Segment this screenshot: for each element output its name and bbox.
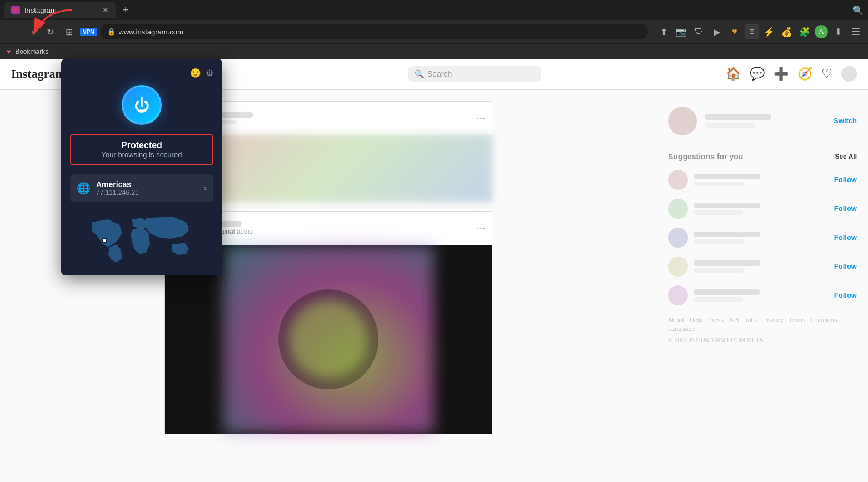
follow-button-4[interactable]: Follow [834,262,857,270]
search-bar-icon: 🔍 [415,69,424,78]
follow-button-2[interactable]: Follow [834,204,857,213]
tab-bar-search-icon: 🔍 [852,5,864,16]
explore-icon[interactable]: 🧭 [797,67,812,81]
wallet-icon[interactable]: 💰 [779,24,795,39]
sugg-avatar-5 [668,285,688,305]
see-all-button[interactable]: See All [835,153,857,160]
back-button[interactable]: ← [4,24,20,39]
sugg-sub-1 [694,182,744,186]
tab-bar: Instagram ✕ + 🔍 [0,0,868,20]
messenger-icon[interactable]: 💬 [750,67,765,81]
switch-button[interactable]: Switch [834,117,857,125]
vpn-location-dot [102,238,107,243]
vpn-status-subtitle: Your browsing is secured [80,150,203,159]
new-tab-button[interactable]: + [118,2,133,18]
vpn-power-button[interactable]: ⏻ [122,85,162,125]
post-1-user-info [197,112,471,124]
screenshot-icon[interactable]: 📷 [674,24,689,39]
heart-icon[interactable]: ♥ [727,24,742,39]
sidebar-avatar [668,107,697,135]
instagram-sidebar: Switch Suggestions for you See All Follo… [657,90,868,482]
toolbar-icons: ⬆ 📷 🛡 ▶ ♥ ⊟ ⚡ 💰 🧩 A ⬇ ☰ [656,24,864,39]
thunder-icon[interactable]: ⚡ [761,24,777,39]
footer-api[interactable]: API [729,317,742,323]
play-icon[interactable]: ▶ [709,24,725,39]
follow-button-1[interactable]: Follow [834,175,857,184]
suggestion-item-4: Follow [668,257,857,277]
vpn-badge[interactable]: VPN [80,28,97,36]
footer-terms[interactable]: Terms [789,317,809,323]
sugg-info-3 [694,232,829,244]
suggestion-item-3: Follow [668,228,857,248]
shield-icon[interactable]: 🛡 [691,24,707,39]
footer-about[interactable]: About [668,317,687,323]
sidebar-user-info [705,114,826,128]
vpn-popup: 🙂 ⚙ ⏻ Protected Your browsing is secured… [61,59,222,275]
grid-button[interactable]: ⊞ [61,24,77,39]
sugg-name-1 [694,174,760,179]
tab-title: Instagram [24,6,98,14]
sugg-info-2 [694,203,829,215]
sugg-sub-3 [694,239,744,244]
footer-copyright: © 2022 INSTAGRAM FROM META [668,337,857,343]
bookmark-toolbar-icon[interactable]: ⬇ [830,24,846,39]
activity-icon[interactable]: ♡ [821,67,832,81]
vpn-world-map [70,211,213,267]
follow-button-5[interactable]: Follow [834,291,857,299]
active-tab[interactable]: Instagram ✕ [4,2,116,18]
nav-bar: ← → ↻ ⊞ VPN 🔒 www.instagram.com ⬆ 📷 🛡 ▶ … [0,20,868,43]
create-icon[interactable]: ➕ [774,67,789,81]
search-bar-placeholder: Search [427,69,452,78]
home-icon[interactable]: 🏠 [726,67,741,81]
post-1-more-icon[interactable]: ··· [477,112,485,124]
sidebar-profile: Switch [668,101,857,141]
sugg-sub-5 [694,297,744,302]
instagram-nav-icons: 🏠 💬 ➕ 🧭 ♡ [726,66,857,82]
bookmarks-label[interactable]: Bookmarks [15,48,48,56]
sidebar-fullname [705,123,755,128]
sugg-avatar-2 [668,199,688,219]
follow-button-3[interactable]: Follow [834,233,857,242]
footer-links: About Help Press API Jobs Privacy Terms … [668,317,857,332]
vpn-settings-icon[interactable]: ⚙ [206,68,213,78]
sugg-name-2 [694,203,760,208]
forward-button[interactable]: → [23,24,39,39]
menu-extension-icon[interactable]: ⊟ [745,24,759,39]
sidebar-footer: About Help Press API Jobs Privacy Terms … [668,317,857,343]
suggestions-title: Suggestions for you [668,152,743,161]
tab-close-button[interactable]: ✕ [102,6,109,14]
sugg-sub-4 [694,268,744,273]
footer-help[interactable]: Help [690,317,706,323]
share-icon[interactable]: ⬆ [656,24,671,39]
vpn-status-title: Protected [80,140,203,150]
sugg-avatar-4 [668,257,688,277]
vpn-location-arrow-icon: › [204,183,207,193]
footer-privacy[interactable]: Privacy [763,317,786,323]
sugg-sub-2 [694,210,744,215]
sidebar-username [705,114,771,120]
footer-jobs[interactable]: Jobs [745,317,761,323]
suggestion-item-5: Follow [668,285,857,305]
footer-locations[interactable]: Locations [811,317,840,323]
world-map-svg [70,211,213,267]
lock-icon: 🔒 [107,28,116,36]
vpn-location-selector[interactable]: 🌐 Americas 77.111.246.21 › [70,174,213,202]
sugg-info-4 [694,260,829,273]
bookmarks-bar: ♥ Bookmarks [0,43,868,59]
hamburger-menu-icon[interactable]: ☰ [848,24,864,39]
reload-button[interactable]: ↻ [42,24,58,39]
search-bar[interactable]: 🔍 Search [408,66,541,82]
sugg-avatar-1 [668,170,688,190]
footer-press[interactable]: Press [708,317,727,323]
avatar-icon[interactable]: A [815,25,828,38]
footer-language[interactable]: Language [668,325,695,332]
user-avatar[interactable] [841,66,857,82]
instagram-logo: Instagram [11,67,66,81]
puzzle-icon[interactable]: 🧩 [797,24,812,39]
tab-favicon [11,6,20,14]
address-bar[interactable]: 🔒 www.instagram.com [101,24,648,39]
vpn-globe-icon: 🌐 [77,182,91,195]
vpn-emoji-icon[interactable]: 🙂 [190,68,201,78]
sugg-info-1 [694,174,829,186]
post-2-more-icon[interactable]: ··· [477,222,485,234]
